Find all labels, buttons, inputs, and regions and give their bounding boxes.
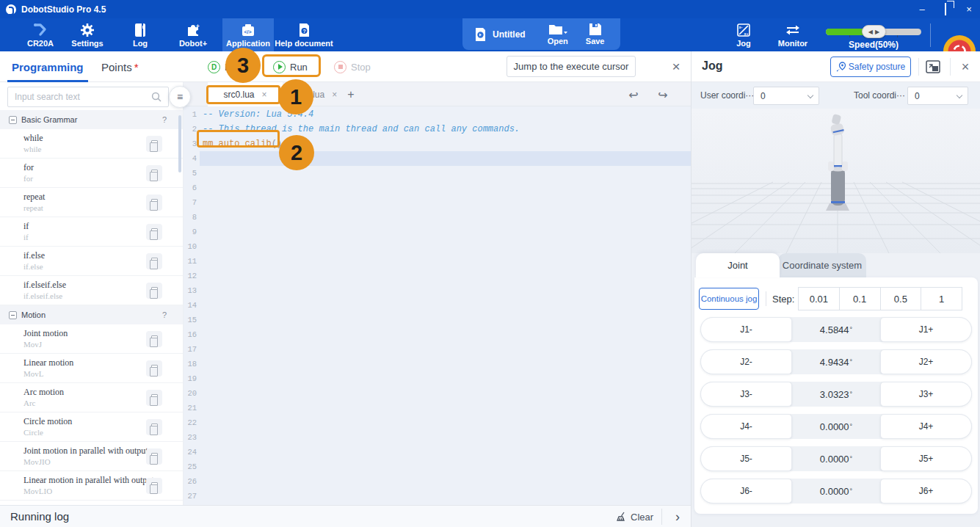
stop-button[interactable]: Stop [334, 57, 371, 76]
collapse-sidebar-button[interactable]: ≡ [169, 86, 191, 108]
joint-plus-button[interactable]: J5+ [880, 446, 972, 471]
joint-minus-button[interactable]: J5- [700, 446, 792, 471]
code-line[interactable]: 22 [184, 415, 691, 430]
snippet-item[interactable]: if.elseif.elseif.elseif.else [0, 276, 183, 305]
code-line[interactable]: 2-- This thread is the main thread and c… [184, 122, 691, 137]
step-option-01[interactable]: 0.1 [840, 288, 881, 310]
joint-plus-button[interactable]: J4+ [880, 414, 972, 439]
insert-snippet-button[interactable] [146, 478, 162, 494]
snippet-item[interactable]: Arc motionArc [0, 383, 183, 412]
step-option-05[interactable]: 0.5 [881, 288, 922, 310]
code-line[interactable]: 19 [184, 371, 691, 386]
expand-log-button[interactable]: › [668, 506, 687, 527]
section-header[interactable]: Motion? [0, 305, 183, 324]
joint-plus-button[interactable]: J6+ [880, 479, 972, 504]
search-input[interactable] [7, 87, 169, 107]
code-area[interactable]: 1-- Version: Lua 5.4.42-- This thread is… [184, 107, 691, 505]
clear-log-button[interactable]: Clear [617, 509, 653, 525]
tab-points[interactable]: Points * [101, 51, 139, 82]
code-line[interactable]: 5 [184, 166, 691, 181]
toolbar-item-monitor[interactable]: Monitor [769, 18, 816, 51]
code-line[interactable]: 10 [184, 239, 691, 254]
popout-panel-button[interactable] [926, 58, 945, 76]
tab-close-icon[interactable]: × [332, 90, 337, 100]
tab-joint[interactable]: Joint [696, 253, 780, 277]
section-header[interactable]: Basic Grammar? [0, 110, 183, 129]
jump-to-execute-cursor-button[interactable]: Jump to the execute cursor [507, 56, 636, 77]
code-line[interactable]: 6 [184, 181, 691, 195]
code-line[interactable]: 27 [184, 489, 691, 504]
code-line[interactable]: 15 [184, 313, 691, 327]
user-coord-select[interactable]: 0 [753, 87, 819, 105]
insert-snippet-button[interactable] [146, 224, 162, 240]
code-line[interactable]: 3mm_auto_calib() [184, 137, 691, 151]
insert-snippet-button[interactable] [146, 419, 162, 435]
new-tab-button[interactable]: + [342, 82, 360, 106]
snippet-item[interactable]: repeatrepeat [0, 188, 183, 217]
code-line[interactable]: 11 [184, 254, 691, 269]
snippet-item[interactable]: Linear motion in parallel with outputMov… [0, 471, 183, 501]
robot-3d-viewport[interactable] [692, 109, 980, 253]
code-line[interactable]: 16 [184, 327, 691, 342]
tab-programming[interactable]: Programming [12, 51, 84, 82]
code-line[interactable]: 1-- Version: Lua 5.4.4 [184, 107, 691, 122]
tab-global-lua[interactable]: global.lua × [283, 82, 341, 106]
code-line[interactable]: 20 [184, 386, 691, 401]
toolbar-item-application[interactable]: </> Application [222, 18, 274, 51]
joint-minus-button[interactable]: J3- [700, 382, 792, 407]
insert-snippet-button[interactable] [146, 283, 162, 299]
joint-minus-button[interactable]: J2- [700, 349, 792, 374]
code-line[interactable]: 8 [184, 210, 691, 225]
open-button[interactable]: Open [548, 23, 568, 46]
snippet-item[interactable]: forfor [0, 159, 183, 188]
code-line[interactable]: 24 [184, 445, 691, 459]
joint-minus-button[interactable]: J6- [700, 479, 792, 504]
code-line[interactable]: 14 [184, 298, 691, 313]
code-line[interactable]: 25 [184, 459, 691, 474]
insert-snippet-button[interactable] [146, 253, 162, 269]
code-line[interactable]: 26 [184, 474, 691, 489]
debug-button[interactable]: D Debug [208, 57, 253, 76]
speed-slider-handle[interactable]: ◀▶ [862, 25, 886, 38]
collapse-section-icon[interactable] [9, 311, 17, 319]
insert-snippet-button[interactable] [146, 390, 162, 406]
insert-snippet-button[interactable] [146, 136, 162, 152]
save-button[interactable]: Save [586, 23, 605, 46]
joint-minus-button[interactable]: J1- [700, 317, 792, 342]
toolbar-item-help-document[interactable]: ? Help document [274, 18, 334, 51]
tab-coordinate-system[interactable]: Coordinate system [778, 253, 866, 277]
toolbar-item-dobot-plus[interactable]: + Dobot+ [169, 18, 217, 51]
toolbar-item-log[interactable]: Log [118, 18, 162, 51]
snippet-item[interactable]: if.elseif.else [0, 247, 183, 276]
close-button[interactable]: × [964, 0, 974, 18]
toolbar-item-settings[interactable]: Settings [63, 18, 112, 51]
code-line[interactable]: 21 [184, 401, 691, 415]
restore-button[interactable] [940, 0, 951, 18]
tab-src0-lua[interactable]: src0.lua × [208, 82, 283, 106]
continuous-jog-button[interactable]: Continuous jog [699, 288, 759, 310]
redo-button[interactable]: ↪ [653, 85, 672, 104]
tab-close-icon[interactable]: × [262, 90, 267, 100]
undo-button[interactable]: ↩ [624, 85, 643, 104]
snippet-item[interactable]: Linear motionMovL [0, 354, 183, 383]
snippet-item[interactable]: Joint motion in parallel with outputMovJ… [0, 442, 183, 471]
joint-plus-button[interactable]: J1+ [880, 317, 972, 342]
code-line[interactable]: 17 [184, 342, 691, 357]
code-line[interactable]: 18 [184, 357, 691, 371]
insert-snippet-button[interactable] [146, 195, 162, 211]
sidebar-scrollbar[interactable] [178, 115, 181, 172]
joint-minus-button[interactable]: J4- [700, 414, 792, 439]
current-file-button[interactable]: Untitled [474, 27, 526, 42]
editor-close-button[interactable]: × [665, 56, 687, 78]
code-line[interactable]: 23 [184, 430, 691, 445]
insert-snippet-button[interactable] [146, 165, 162, 181]
code-line[interactable]: 13 [184, 283, 691, 298]
minimize-button[interactable]: – [917, 0, 927, 18]
run-button[interactable]: Run [273, 57, 308, 76]
snippet-item[interactable]: Joint motionMovJ [0, 324, 183, 354]
safety-posture-button[interactable]: Safety posture [830, 57, 911, 77]
toolbar-item-jog[interactable]: x-x+ Jog [724, 18, 763, 51]
collapse-section-icon[interactable] [9, 116, 17, 124]
code-line[interactable]: 4 [184, 151, 691, 166]
snippet-item[interactable]: whilewhile [0, 129, 183, 159]
